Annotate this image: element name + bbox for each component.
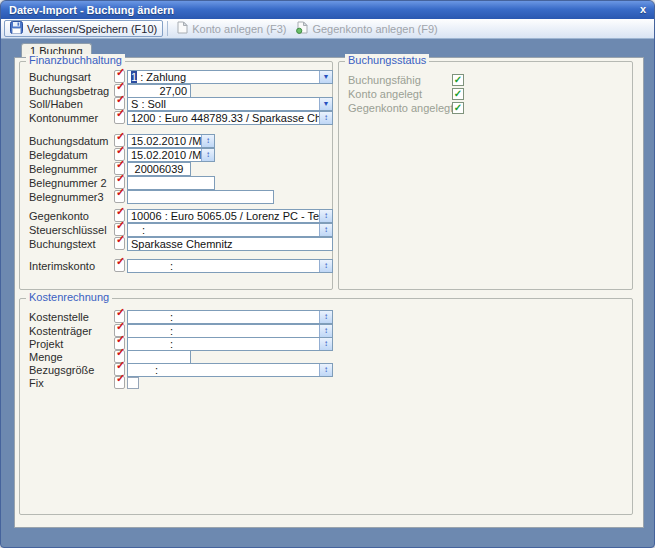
- belegnummer-row: Belegnummer ✓ 20006039: [20, 162, 332, 177]
- interimskonto-value: :: [128, 260, 319, 272]
- gegenkonto-combobox[interactable]: 10006 : Euro 5065.05 / Lorenz PC - Techn…: [127, 209, 333, 223]
- red-check-glyph: ✓: [116, 108, 125, 119]
- field-active-check-icon[interactable]: ✓: [114, 376, 125, 389]
- buchungsfaehig-checkbox[interactable]: ✓: [452, 74, 464, 86]
- red-check-glyph: ✓: [116, 321, 125, 332]
- field-active-check-icon[interactable]: ✓: [114, 111, 125, 124]
- steuerschluessel-label: Steuerschlüssel: [29, 224, 107, 236]
- buchungsart-value: 1 : Zahlung: [128, 71, 319, 83]
- belegnummer2-row: Belegnummer 2 ✓: [20, 176, 332, 191]
- save-exit-button[interactable]: Verlassen/Speichern (F10): [4, 20, 163, 37]
- buchungsart-select[interactable]: 1 : Zahlung ▼: [127, 70, 333, 84]
- menge-input[interactable]: [127, 350, 191, 364]
- bezugsgroesse-combobox[interactable]: : ↕: [127, 363, 333, 377]
- red-check-glyph: ✓: [116, 234, 125, 245]
- buchungsdatum-row: Buchungsdatum ✓ 15.02.2010 /Mo ↕: [20, 134, 332, 149]
- arrow-glyph: ▼: [323, 100, 330, 108]
- buchungsfaehig-label: Buchungsfähig: [348, 74, 421, 86]
- dialog-body: 1 Buchung Finanzbuchhaltung Buchungsart …: [1, 39, 654, 547]
- red-check-glyph: ✓: [116, 81, 125, 92]
- buchungsfaehig-row: Buchungsfähig ✓: [339, 73, 632, 88]
- interimskonto-row: Interimskonto ✓ : ↕: [20, 259, 332, 274]
- new-page-green-icon: [296, 21, 308, 36]
- spinner-icon[interactable]: ↕: [319, 364, 332, 376]
- belegnummer3-row: Belegnummer3 ✓: [20, 190, 332, 205]
- buchungsart-label: Buchungsart: [29, 71, 91, 83]
- field-active-check-icon[interactable]: ✓: [114, 259, 125, 272]
- buchungsbetrag-value: 27,00: [128, 85, 190, 97]
- belegnummer3-label: Belegnummer3: [29, 191, 104, 203]
- fix-label: Fix: [29, 377, 44, 389]
- belegnummer2-input[interactable]: [127, 176, 215, 190]
- close-icon[interactable]: x: [640, 1, 646, 19]
- soll-haben-label: Soll/Haben: [29, 98, 83, 110]
- group-title: Kostenrechnung: [26, 291, 112, 303]
- soll-haben-select[interactable]: S : Soll ▼: [127, 97, 333, 111]
- toolbar-separator: [167, 21, 168, 36]
- dropdown-arrow-icon[interactable]: ▼: [319, 71, 332, 83]
- field-active-check-icon[interactable]: ✓: [114, 190, 125, 203]
- toolbar: Verlassen/Speichern (F10) Konto anlegen …: [1, 19, 654, 39]
- spinner-icon[interactable]: ↕: [201, 149, 214, 161]
- save-icon: [10, 21, 23, 36]
- kostentraeger-label: Kostenträger: [29, 325, 92, 337]
- gegenkonto-angelegt-checkbox[interactable]: ✓: [452, 102, 464, 114]
- group-title: Buchungsstatus: [345, 54, 429, 66]
- spinner-icon[interactable]: ↕: [319, 338, 332, 350]
- bezugsgroesse-value: :: [128, 364, 319, 376]
- spinner-icon[interactable]: ↕: [319, 311, 332, 323]
- kostenstelle-combobox[interactable]: : ↕: [127, 310, 333, 324]
- window-title: Datev-Import - Buchung ändern: [9, 4, 174, 16]
- group-title: Finanzbuchhaltung: [26, 54, 125, 66]
- dropdown-arrow-icon[interactable]: ▼: [319, 98, 332, 110]
- dialog-window: Datev-Import - Buchung ändern x Verlasse…: [0, 0, 655, 548]
- buchungsdatum-input[interactable]: 15.02.2010 /Mo ↕: [127, 134, 215, 148]
- interimskonto-label: Interimskonto: [29, 260, 95, 272]
- buchungstext-input[interactable]: Sparkasse Chemnitz: [127, 237, 333, 251]
- group-finanzbuchhaltung: Finanzbuchhaltung Buchungsart ✓ 1 : Zahl…: [19, 61, 333, 290]
- belegnummer-input[interactable]: 20006039: [127, 162, 191, 176]
- gegenkonto-angelegt-label: Gegenkonto angelegt: [348, 102, 453, 114]
- spinner-glyph: ↕: [324, 327, 328, 335]
- buchungsart-row: Buchungsart ✓ 1 : Zahlung ▼: [20, 70, 332, 85]
- red-check-glyph: ✓: [116, 360, 125, 371]
- menge-label: Menge: [29, 351, 63, 363]
- spinner-icon[interactable]: ↕: [319, 325, 332, 337]
- spinner-icon[interactable]: ↕: [319, 260, 332, 272]
- gegenkonto-label: Gegenkonto: [29, 210, 89, 222]
- belegnummer-label: Belegnummer: [29, 163, 97, 175]
- buchungsbetrag-input[interactable]: 27,00: [127, 84, 191, 98]
- steuerschluessel-combobox[interactable]: : ↕: [127, 223, 333, 237]
- spinner-icon[interactable]: ↕: [319, 112, 332, 124]
- create-contra-account-button[interactable]: Gegenkonto anlegen (F9): [291, 20, 442, 37]
- red-check-glyph: ✓: [116, 94, 125, 105]
- red-check-glyph: ✓: [116, 67, 125, 78]
- konto-angelegt-checkbox[interactable]: ✓: [452, 88, 464, 100]
- interimskonto-combobox[interactable]: : ↕: [127, 259, 333, 273]
- belegnummer3-input[interactable]: [127, 190, 274, 204]
- buchungstext-value: Sparkasse Chemnitz: [128, 238, 332, 250]
- spinner-glyph: ↕: [206, 137, 210, 145]
- soll-haben-value: S : Soll: [128, 98, 319, 110]
- fix-row: Fix ✓: [20, 376, 632, 391]
- kostentraeger-combobox[interactable]: : ↕: [127, 324, 333, 338]
- red-check-glyph: ✓: [116, 334, 125, 345]
- group-buchungsstatus: Buchungsstatus Buchungsfähig ✓ Konto ang…: [338, 61, 633, 290]
- spinner-glyph: ↕: [324, 313, 328, 321]
- field-active-check-icon[interactable]: ✓: [114, 237, 125, 250]
- fix-checkbox[interactable]: [127, 377, 139, 389]
- spinner-icon[interactable]: ↕: [201, 135, 214, 147]
- spinner-icon[interactable]: ↕: [319, 224, 332, 236]
- create-contra-account-label: Gegenkonto anlegen (F9): [312, 23, 437, 35]
- red-check-glyph: ✓: [116, 206, 125, 217]
- kontonummer-combobox[interactable]: 1200 : Euro 448789.33 / Sparkasse Chemni…: [127, 111, 333, 125]
- konto-angelegt-row: Konto angelegt ✓: [339, 87, 632, 102]
- create-account-button[interactable]: Konto anlegen (F3): [172, 20, 291, 37]
- spinner-icon[interactable]: ↕: [319, 210, 332, 222]
- belegdatum-input[interactable]: 15.02.2010 /Mo ↕: [127, 148, 215, 162]
- green-check-glyph: ✓: [454, 74, 462, 85]
- projekt-combobox[interactable]: : ↕: [127, 337, 333, 351]
- red-check-glyph: ✓: [116, 307, 125, 318]
- spinner-glyph: ↕: [324, 226, 328, 234]
- spinner-glyph: ↕: [206, 151, 210, 159]
